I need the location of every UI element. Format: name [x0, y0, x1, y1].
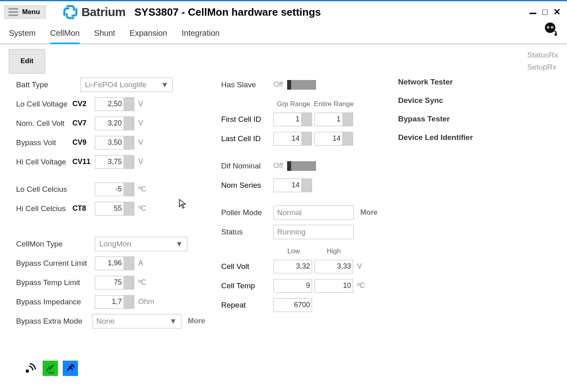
dif-nominal-off: Off [273, 162, 283, 170]
bypass-current-limit-label: Bypass Current Limit [16, 259, 95, 268]
hi-cell-celcius-label: Hi Cell Celcius [16, 204, 72, 213]
first-cell-id-label: First Cell ID [221, 115, 273, 124]
nom-cell-volt-input[interactable]: 3,20 [95, 117, 134, 130]
lo-cell-celcius-label: Lo Cell Celcius [16, 185, 72, 194]
cell-temp-high: 10 [314, 279, 353, 293]
nom-cell-volt-code: CV7 [72, 119, 95, 127]
chevron-down-icon: ▼ [169, 317, 177, 326]
last-cell-id-grp-input[interactable]: 14 [273, 132, 312, 146]
cell-volt-high: 3,33 [314, 260, 353, 273]
lo-cell-voltage-label: Lo Cell Voltage [16, 100, 72, 109]
cell-temp-low: 9 [273, 279, 312, 293]
cell-volt-low: 3,32 [273, 260, 312, 273]
lo-cell-voltage-input[interactable]: 2,50 [95, 97, 134, 111]
brand-logo: Batrium [62, 4, 125, 21]
bypass-volt-input[interactable]: 3,50 [95, 136, 134, 150]
dif-nominal-toggle[interactable] [287, 161, 316, 171]
svg-point-3 [548, 27, 549, 28]
edit-button[interactable]: Edit [9, 49, 45, 74]
bypass-extra-mode-dropdown[interactable]: None ▼ [92, 314, 181, 328]
grp-range-header: Grp Range [273, 100, 314, 108]
cellmon-type-dropdown[interactable]: LongMon ▼ [95, 237, 187, 251]
statusrx-link[interactable]: StatusRx [527, 49, 558, 61]
has-slave-toggle[interactable] [287, 80, 316, 90]
network-tester-link[interactable]: Network Tester [398, 78, 519, 86]
high-header: High [314, 247, 354, 255]
svg-point-5 [555, 33, 557, 36]
bypass-temp-limit-input[interactable]: 75 [95, 276, 134, 289]
entire-range-header: Entire Range [314, 100, 354, 108]
network-signal-icon[interactable] [23, 361, 38, 376]
volt-unit: V [138, 100, 143, 108]
tab-shunt[interactable]: Shunt [94, 29, 115, 43]
chevron-down-icon: ▼ [175, 240, 183, 248]
hi-cell-celcius-code: CT8 [72, 204, 95, 213]
brand-text: Batrium [81, 5, 125, 19]
bypass-volt-code: CV9 [72, 138, 95, 147]
device-led-identifier-link[interactable]: Device Led Identifier [398, 133, 519, 142]
tab-system[interactable]: System [9, 29, 36, 43]
first-cell-id-grp-input[interactable]: 1 [273, 113, 312, 126]
hi-cell-voltage-input[interactable]: 3,75 [95, 155, 134, 169]
poller-mode-display[interactable]: Normal [273, 205, 354, 220]
status-label: Status [221, 228, 273, 236]
tab-integration[interactable]: Integration [182, 29, 220, 43]
lo-cell-voltage-code: CV2 [72, 100, 95, 108]
bypass-impedance-label: Bypass Impedance [16, 298, 95, 306]
hi-cell-voltage-code: CV11 [72, 158, 95, 166]
plug-status-icon[interactable] [63, 361, 78, 376]
status-bar-icons [23, 361, 78, 376]
bypass-temp-limit-label: Bypass Temp Limit [16, 278, 95, 287]
batt-type-value: Li-FePO4 Longlife [85, 80, 146, 89]
close-icon[interactable]: ✕ [553, 7, 561, 17]
tab-bar: System CellMon Shunt Expansion Integrati… [0, 23, 567, 44]
first-cell-id-entire-input[interactable]: 1 [314, 113, 353, 126]
page-title: SYS3807 - CellMon hardware settings [134, 6, 321, 18]
menu-label: Menu [22, 8, 40, 16]
running-status-icon[interactable] [43, 361, 58, 376]
maximize-icon[interactable]: □ [542, 7, 548, 17]
title-bar: Menu Batrium SYS3807 - CellMon hardware … [0, 1, 567, 23]
svg-point-0 [545, 23, 555, 33]
repeat-value: 6700 [273, 298, 312, 312]
logo-icon [62, 4, 79, 21]
batt-type-dropdown[interactable]: Li-FePO4 Longlife ▼ [80, 78, 173, 92]
chevron-down-icon: ▼ [161, 80, 168, 89]
hi-cell-celcius-input[interactable]: 55 [95, 202, 134, 215]
poller-mode-label: Poller Mode [221, 208, 273, 217]
last-cell-id-entire-input[interactable]: 14 [314, 132, 353, 146]
svg-point-6 [26, 369, 29, 373]
hamburger-icon [8, 8, 18, 16]
has-slave-label: Has Slave [221, 80, 273, 89]
cursor-icon [179, 199, 187, 209]
cell-volt-label: Cell Volt [221, 262, 273, 271]
bypass-volt-label: Bypass Volt [16, 138, 72, 147]
tab-expansion[interactable]: Expansion [129, 29, 167, 43]
bypass-extra-more-link[interactable]: More [188, 317, 205, 325]
cellmon-type-label: CellMon Type [16, 240, 95, 248]
repeat-label: Repeat [221, 301, 273, 310]
device-sync-link[interactable]: Device Sync [398, 96, 519, 105]
minimize-icon[interactable]: – [529, 10, 537, 14]
support-avatar-icon[interactable] [541, 21, 559, 40]
low-header: Low [273, 247, 314, 255]
bypass-impedance-input[interactable]: 1,7 [95, 295, 134, 309]
nom-series-label: Nom Series [221, 181, 273, 190]
tab-cellmon[interactable]: CellMon [50, 29, 80, 44]
hi-cell-voltage-label: Hi Cell Voltage [16, 158, 72, 166]
has-slave-off: Off [273, 80, 283, 89]
bypass-current-limit-input[interactable]: 1,96 [95, 257, 134, 270]
nom-series-input[interactable]: 14 [273, 179, 312, 192]
status-display: Running [273, 225, 354, 239]
bypass-tester-link[interactable]: Bypass Tester [398, 115, 519, 123]
bypass-extra-mode-label: Bypass Extra Mode [16, 317, 92, 326]
menu-button[interactable]: Menu [4, 5, 46, 19]
last-cell-id-label: Last Cell ID [221, 134, 273, 143]
lo-cell-celcius-input[interactable]: -5 [95, 183, 134, 196]
poller-more-link[interactable]: More [360, 208, 378, 217]
batt-type-label: Batt Type [16, 80, 80, 89]
svg-point-4 [552, 27, 553, 28]
setuprx-link[interactable]: SetupRx [527, 61, 558, 73]
cell-temp-label: Cell Temp [221, 281, 273, 290]
nom-cell-volt-label: Nom. Cell Volt [16, 119, 72, 128]
